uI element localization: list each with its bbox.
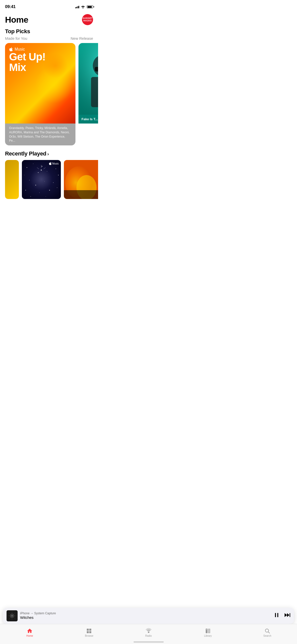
top-picks-subtitle-row: Made for You New Release	[0, 36, 98, 43]
get-up-mix-card[interactable]: Music Get Up! Mix Grandaddy, Pixies, Tri…	[5, 43, 75, 145]
card-description: Grandaddy, Pixies, Tricky, Mïrändä, Anne…	[5, 124, 75, 145]
svg-point-19	[25, 190, 26, 190]
card-title-line2: Mix	[9, 62, 71, 73]
apple-logo-small-icon	[49, 162, 52, 165]
svg-point-6	[27, 167, 27, 168]
stars-visual	[22, 160, 61, 199]
recently-played-cards: Music	[0, 160, 98, 199]
top-picks-title: Top Picks	[5, 28, 93, 35]
wifi-icon	[81, 5, 85, 9]
apple-music-badge-text: Music	[52, 162, 59, 165]
svg-point-11	[24, 175, 24, 175]
apple-music-badge: Music	[49, 162, 59, 165]
status-time: 09:41	[5, 4, 16, 9]
svg-point-24	[46, 196, 46, 196]
top-picks-new-release: New Release	[71, 36, 93, 41]
new-release-text: Fake Is T...	[81, 117, 98, 121]
top-picks-header: Top Picks	[0, 28, 98, 36]
page-title: Home	[5, 15, 28, 25]
top-picks-cards: Music Get Up! Mix Grandaddy, Pixies, Tri…	[0, 43, 98, 145]
top-picks-subtitle-left: Made for You	[5, 36, 27, 41]
person-silhouette-icon	[78, 43, 98, 124]
svg-point-23	[30, 196, 31, 197]
recently-played-title: Recently Played	[5, 150, 46, 157]
recent-card-orange[interactable]	[64, 160, 98, 199]
svg-point-26	[41, 170, 42, 171]
recently-played-section: Recently Played ›	[0, 150, 98, 199]
battery-icon	[87, 5, 93, 8]
svg-point-7	[33, 164, 33, 164]
svg-point-14	[58, 175, 59, 175]
status-icons	[75, 5, 93, 9]
card-title-line1: Get Up!	[9, 52, 71, 62]
svg-point-10	[56, 169, 56, 169]
signal-icon	[75, 5, 79, 8]
recent-card-stars[interactable]: Music	[22, 160, 61, 199]
avatar[interactable]: GADGET HACKS	[82, 14, 93, 25]
recently-played-chevron[interactable]: ›	[47, 151, 49, 157]
new-release-card[interactable]: Fake Is T...	[78, 43, 98, 145]
recent-card-partial[interactable]	[5, 160, 19, 199]
svg-rect-4	[91, 77, 98, 107]
page-header: Home GADGET HACKS	[0, 12, 98, 28]
svg-rect-3	[95, 67, 98, 71]
status-bar: 09:41	[0, 0, 98, 12]
svg-point-0	[83, 8, 83, 9]
svg-point-22	[57, 187, 57, 188]
